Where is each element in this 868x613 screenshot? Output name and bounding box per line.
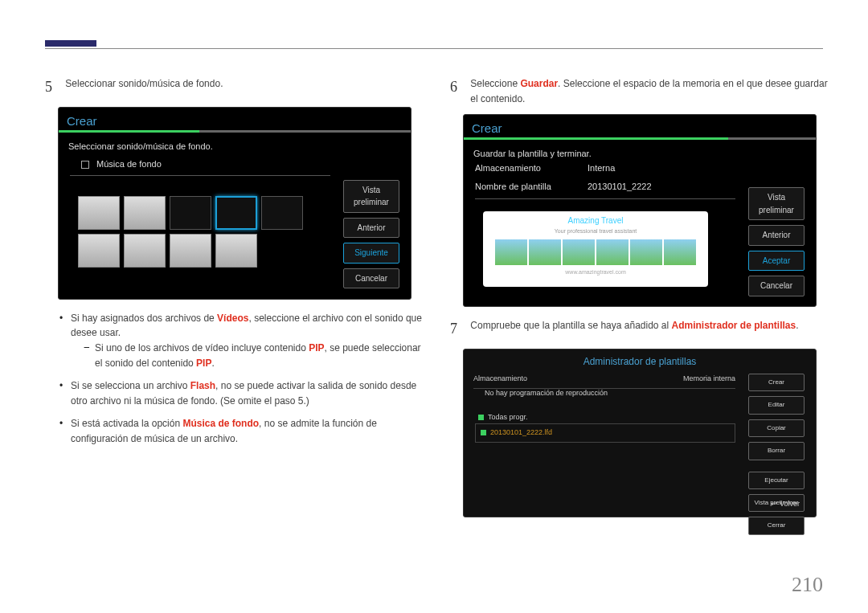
note-item: Si hay asignados dos archivos de Vídeos,… xyxy=(59,311,431,370)
preview-subtitle: Your professional travel assistant xyxy=(555,227,637,236)
previous-button[interactable]: Anterior xyxy=(748,225,805,246)
step-7: 7 Compruebe que la plantilla se haya aña… xyxy=(450,318,836,341)
divider xyxy=(475,198,735,199)
step-text: Seleccione Guardar. Seleccione el espaci… xyxy=(470,76,832,106)
thumbnail-grid xyxy=(78,196,303,268)
screen-title: Crear xyxy=(472,119,502,137)
text: Compruebe que la plantilla se haya añadi… xyxy=(470,320,671,331)
highlight: Administrador de plantillas xyxy=(672,320,796,331)
preview-button[interactable]: Vista preliminar xyxy=(748,187,805,220)
step-6: 6 Seleccione Guardar. Seleccione el espa… xyxy=(450,76,836,106)
col-label: Almacenamiento xyxy=(473,374,527,385)
file-name: 20130101_2222.lfd xyxy=(490,428,552,436)
delete-button[interactable]: Borrar xyxy=(748,442,805,460)
horizontal-rule xyxy=(45,48,823,49)
highlight: Música de fondo xyxy=(182,418,259,429)
marker-icon xyxy=(481,430,486,435)
text: Si hay asignados dos archivos de xyxy=(71,313,217,324)
screen-title: Administrador de plantillas xyxy=(464,354,816,370)
thumb[interactable] xyxy=(78,234,120,268)
thumb xyxy=(630,239,662,265)
text: Si se selecciona un archivo xyxy=(71,380,190,391)
col-value: Memoria interna xyxy=(683,374,735,385)
note-item: Si está activada la opción Música de fon… xyxy=(59,416,431,446)
label: Volver xyxy=(780,500,800,508)
edit-button[interactable]: Editar xyxy=(748,396,805,414)
thumb xyxy=(529,239,561,265)
step-5: 5 Seleccionar sonido/música de fondo. xyxy=(45,76,431,99)
table-header: Almacenamiento Memoria interna xyxy=(473,374,735,389)
thumb[interactable] xyxy=(170,234,211,268)
previous-button[interactable]: Anterior xyxy=(343,218,399,239)
create-button[interactable]: Crear xyxy=(748,374,805,391)
status-text: No hay programación de reproducción xyxy=(485,388,608,399)
screenshot-step6: Crear Guardar la plantilla y terminar. A… xyxy=(463,114,817,307)
step-text: Seleccionar sonido/música de fondo. xyxy=(65,76,427,92)
next-button[interactable]: Siguiente xyxy=(343,243,399,264)
thumb xyxy=(596,239,628,265)
highlight: Flash xyxy=(190,380,215,391)
thumb[interactable] xyxy=(215,234,257,268)
accept-button[interactable]: Aceptar xyxy=(748,251,805,272)
checkbox-row[interactable]: Música de fondo xyxy=(81,157,162,171)
sub-note: Si uno de los archivos de vídeo incluye … xyxy=(84,341,431,370)
right-column: 6 Seleccione Guardar. Seleccione el espa… xyxy=(450,76,836,517)
checkbox-label: Música de fondo xyxy=(96,159,162,169)
field-label: Almacenamiento xyxy=(475,161,588,175)
screenshot-step5: Crear Seleccionar sonido/música de fondo… xyxy=(58,107,411,300)
accent-bar xyxy=(45,40,96,47)
copy-button[interactable]: Copiar xyxy=(748,419,805,437)
thumb[interactable] xyxy=(124,196,166,230)
highlight: PIP xyxy=(196,358,211,369)
screen-prompt: Guardar la plantilla y terminar. xyxy=(473,147,592,161)
thumb xyxy=(563,239,595,265)
thumb xyxy=(664,239,696,265)
field-value[interactable]: 20130101_2222 xyxy=(588,180,652,194)
run-button[interactable]: Ejecutar xyxy=(748,472,805,489)
thumb[interactable] xyxy=(261,196,303,230)
text: . xyxy=(796,320,798,331)
button-stack: Vista preliminar Anterior Aceptar Cancel… xyxy=(748,187,805,301)
progress-bar xyxy=(59,130,411,133)
preview-thumbs xyxy=(495,239,696,265)
thumb-selected[interactable] xyxy=(170,196,211,230)
progress-bar xyxy=(464,137,816,140)
template-preview: Amazing Travel Your professional travel … xyxy=(483,211,708,287)
field-value[interactable]: Interna xyxy=(588,161,615,175)
form-fields: Almacenamiento Interna Nombre de plantil… xyxy=(475,161,652,198)
highlight: Guardar xyxy=(520,78,558,89)
left-column: 5 Seleccionar sonido/música de fondo. Cr… xyxy=(45,76,431,455)
text: Si uno de los archivos de vídeo incluye … xyxy=(95,342,309,353)
thumb-highlighted[interactable] xyxy=(215,196,257,230)
cancel-button[interactable]: Cancelar xyxy=(748,276,805,296)
thumb[interactable] xyxy=(124,234,166,268)
preview-button[interactable]: Vista preliminar xyxy=(343,180,399,213)
screen-prompt: Seleccionar sonido/música de fondo. xyxy=(68,140,213,153)
note-item: Si se selecciona un archivo Flash, no se… xyxy=(59,378,431,408)
label: Todas progr. xyxy=(488,413,528,421)
text: Seleccione xyxy=(470,78,520,89)
step-number: 5 xyxy=(45,76,63,99)
checkbox-icon[interactable] xyxy=(81,161,89,169)
step-text: Compruebe que la plantilla se haya añadi… xyxy=(470,318,832,333)
field-row: Nombre de plantilla 20130101_2222 xyxy=(475,180,652,194)
thumb[interactable] xyxy=(78,196,120,230)
close-button[interactable]: Cerrar xyxy=(748,517,805,534)
cancel-button[interactable]: Cancelar xyxy=(343,268,399,289)
field-row: Almacenamiento Interna xyxy=(475,161,652,175)
marker-icon xyxy=(478,415,484,420)
highlight: PIP xyxy=(309,342,324,353)
divider xyxy=(70,175,330,176)
back-link[interactable]: ↩ Volver xyxy=(771,499,800,510)
highlight: Vídeos xyxy=(217,313,248,324)
step-number: 6 xyxy=(450,76,468,99)
side-buttons: Crear Editar Copiar Borrar Ejecutar Vist… xyxy=(748,374,805,540)
field-label: Nombre de plantilla xyxy=(475,180,588,194)
preview-url: www.amazingtravel.com xyxy=(565,268,625,277)
file-row[interactable]: 20130101_2222.lfd xyxy=(475,423,735,443)
button-stack: Vista preliminar Anterior Siguiente Canc… xyxy=(343,180,399,294)
notes-list: Si hay asignados dos archivos de Vídeos,… xyxy=(59,311,431,447)
screen-title: Crear xyxy=(67,112,97,130)
category-row[interactable]: Todas progr. xyxy=(478,412,528,423)
text: . xyxy=(211,358,214,369)
